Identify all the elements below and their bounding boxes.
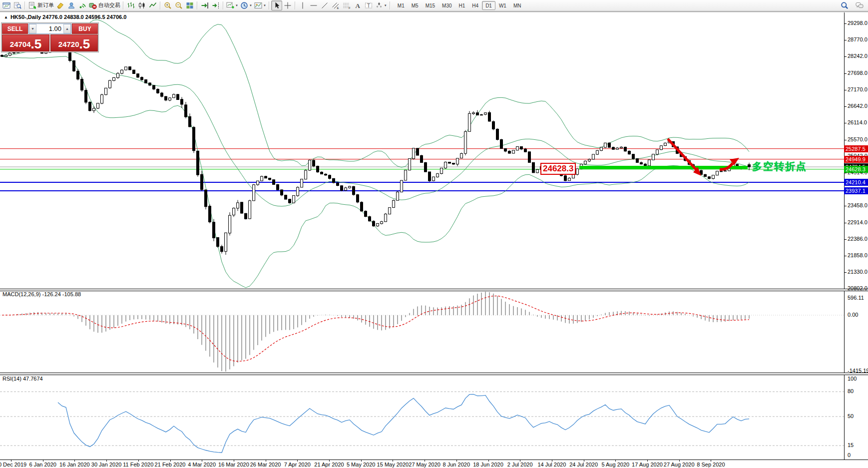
- buy-price-frac: .5: [79, 37, 90, 50]
- text-button[interactable]: A: [352, 0, 363, 10]
- new-chart-button[interactable]: [1, 0, 12, 10]
- timeframe-m30-button[interactable]: M30: [438, 1, 455, 10]
- volume-input[interactable]: 1.00: [36, 24, 63, 33]
- sell-price-frac: .5: [31, 37, 42, 50]
- chevron-down-icon[interactable]: ▼: [235, 4, 238, 7]
- timeframe-h4-button[interactable]: H4: [468, 1, 482, 10]
- date-label: 16 Mar 2020: [218, 462, 249, 468]
- crosshair-button[interactable]: [282, 0, 293, 10]
- timeframe-mn-button[interactable]: MN: [510, 1, 525, 10]
- time-axis-border: [0, 460, 868, 460]
- price-tick-label: 25570.0: [848, 136, 868, 142]
- new-order-button[interactable]: 新订单: [27, 0, 55, 10]
- date-label: 21 Feb 2020: [155, 462, 186, 468]
- cursor-icon: [273, 1, 281, 9]
- sell-button[interactable]: SELL: [2, 23, 28, 34]
- mt4-window: 新订单自动交易▼▼▼EFAT▼ M1M5M15M30H1H4D1W1MN 292…: [0, 0, 868, 468]
- timeframe-w1-button[interactable]: W1: [495, 1, 510, 10]
- volume-decrease-button[interactable]: ▼: [29, 24, 36, 33]
- price-tick-dash: [844, 56, 847, 57]
- fibonacci-button[interactable]: F: [341, 0, 352, 10]
- candlestick-chart-button[interactable]: [136, 0, 147, 10]
- vertical-line-button[interactable]: [297, 0, 308, 10]
- price-tick-label: 22386.0: [848, 236, 868, 242]
- date-label: 2 Jul 2020: [507, 462, 533, 468]
- volume-increase-button[interactable]: ▲: [63, 24, 71, 33]
- line-chart-button[interactable]: [147, 0, 158, 10]
- new-chart-icon: [2, 1, 10, 9]
- timeframe-d1-button[interactable]: D1: [482, 1, 495, 10]
- svg-text:E: E: [337, 6, 339, 9]
- macd-axis-label: 596.11: [848, 295, 864, 301]
- toolbar-separator: [160, 1, 161, 9]
- zoom-out-button[interactable]: [173, 0, 184, 10]
- community-icon: [67, 1, 75, 9]
- price-tick-label: 27170.0: [848, 86, 868, 92]
- buy-price-panel[interactable]: 24720.5: [50, 34, 98, 51]
- timeframe-m5-button[interactable]: M5: [408, 1, 422, 10]
- cursor-button[interactable]: [271, 0, 282, 10]
- chevron-down-icon[interactable]: ▼: [263, 4, 266, 7]
- chart-canvas[interactable]: [0, 12, 844, 460]
- horizontal-level-lines: [0, 149, 844, 191]
- timeframe-m1-button[interactable]: M1: [394, 1, 408, 10]
- community-button[interactable]: [66, 0, 77, 10]
- date-label: 18 Jun 2020: [473, 462, 503, 468]
- periods-button[interactable]: ▼: [239, 0, 253, 10]
- chat-icon: [856, 1, 864, 9]
- metaeditor-button[interactable]: [55, 0, 66, 10]
- bollinger-upper: [2, 20, 749, 167]
- svg-text:F: F: [349, 6, 351, 9]
- date-label: 6 Jan 2020: [29, 462, 56, 468]
- equidistant-channel-button[interactable]: E: [330, 0, 341, 10]
- zoom-in-button[interactable]: [162, 0, 173, 10]
- sell-price-main: 24704: [10, 38, 31, 50]
- search-button[interactable]: [839, 0, 850, 10]
- price-tick-label: 21858.0: [848, 252, 868, 258]
- macd-pane-separator[interactable]: [0, 289, 868, 291]
- profiles-button[interactable]: [12, 0, 23, 10]
- timeframe-h1-button[interactable]: H1: [455, 1, 469, 10]
- price-tick-dash: [844, 90, 847, 90]
- trade-panel-toggle-icon[interactable]: ▲: [4, 15, 8, 19]
- trendline-button[interactable]: [319, 0, 330, 10]
- sell-price-panel[interactable]: 24704.5: [2, 34, 49, 51]
- templates-button[interactable]: ▼: [253, 0, 267, 10]
- buy-button[interactable]: BUY: [72, 23, 98, 34]
- indicators-button[interactable]: ▼: [225, 0, 239, 10]
- price-axis-border: [844, 12, 845, 460]
- chat-button[interactable]: [854, 0, 865, 10]
- signals-button[interactable]: [77, 0, 88, 10]
- rsi-label: RSI(14) 47.7674: [2, 376, 43, 382]
- bollinger-bands: [2, 20, 749, 288]
- date-label: 8 Jun 2020: [443, 462, 470, 468]
- price-annotation-box[interactable]: 24628.3: [540, 163, 576, 175]
- auto-scroll-button[interactable]: [199, 0, 210, 10]
- chevron-down-icon[interactable]: ▼: [249, 4, 252, 7]
- horizontal-line-button[interactable]: [308, 0, 319, 10]
- volume-spinner: ▼ 1.00 ▲: [28, 23, 71, 34]
- rsi-pane-separator[interactable]: [0, 373, 868, 375]
- price-tick-dash: [844, 256, 847, 256]
- price-tag-25287-5: 25287.5: [844, 145, 868, 152]
- price-tick-dash: [844, 40, 847, 40]
- turning-point-annotation[interactable]: 多空转折点: [752, 160, 807, 173]
- arrows-button[interactable]: ▼: [374, 0, 388, 10]
- autotrading-button[interactable]: 自动交易: [88, 0, 121, 10]
- price-tick-dash: [844, 272, 847, 273]
- chart-window[interactable]: 29298.028770.028242.027698.027170.026642…: [0, 11, 868, 468]
- toolbar-separator: [390, 1, 391, 9]
- fibonacci-icon: F: [343, 1, 351, 9]
- text-label-button[interactable]: T: [363, 0, 374, 10]
- timeframe-m15-button[interactable]: M15: [422, 1, 438, 10]
- date-label: 21 Apr 2020: [314, 462, 344, 468]
- tile-windows-button[interactable]: [184, 0, 195, 10]
- chart-ohlc-title: ▲ HK50-,Daily 24776.0 24838.0 24596.5 24…: [4, 14, 126, 20]
- bar-chart-button[interactable]: [125, 0, 136, 10]
- price-tick-label: 29298.0: [848, 20, 868, 26]
- svg-text:A: A: [355, 1, 360, 9]
- chevron-down-icon[interactable]: ▼: [384, 4, 387, 7]
- price-tick-dash: [844, 123, 847, 123]
- chart-shift-button[interactable]: [210, 0, 221, 10]
- price-tick-dash: [844, 173, 847, 173]
